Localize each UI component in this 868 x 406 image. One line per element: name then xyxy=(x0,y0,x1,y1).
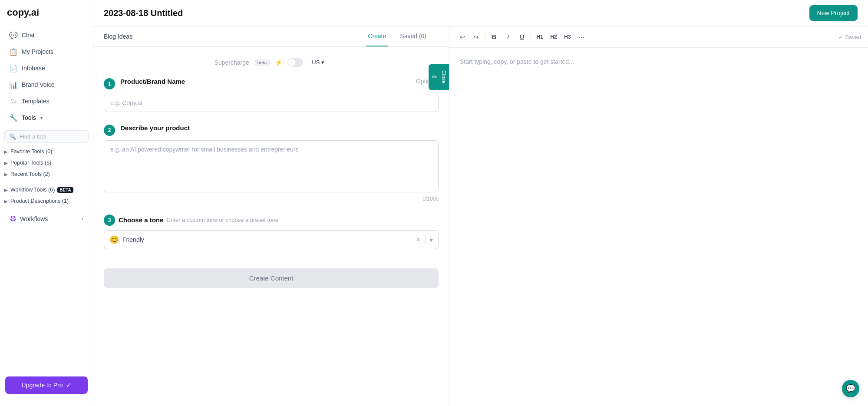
redo-button[interactable]: ↪ xyxy=(470,31,482,43)
sidebar-item-label: Brand Voice xyxy=(22,81,55,88)
language-value: US xyxy=(312,59,320,66)
field-header-2: 2 Describe your product xyxy=(104,124,439,136)
tone-emoji: 😊 xyxy=(109,235,119,244)
chevron-right-icon: ▶ xyxy=(4,149,8,154)
tab-saved[interactable]: Saved (0) xyxy=(398,26,428,46)
brand-voice-icon: 📊 xyxy=(10,81,17,89)
field-label-describe: Describe your product xyxy=(120,124,190,132)
search-input[interactable] xyxy=(20,133,84,140)
field-tone: 3 Choose a tone Enter a custom tone or c… xyxy=(104,214,439,249)
upgrade-label: Upgrade to Pro xyxy=(22,382,63,389)
beta-badge: BETA xyxy=(57,187,73,193)
language-selector[interactable]: US ▾ xyxy=(308,57,328,67)
beta-tag: beta xyxy=(254,59,270,66)
describe-product-textarea[interactable] xyxy=(104,140,439,192)
tool-group-workflow: ▶ Workflow Tools (6) BETA xyxy=(0,185,93,195)
find-tool-container[interactable]: 🔍 xyxy=(4,130,89,143)
project-title: 2023-08-18 Untitled xyxy=(104,8,183,18)
tool-group-header-popular[interactable]: ▶ Popular Tools (5) xyxy=(0,158,93,168)
sidebar-item-my-projects[interactable]: 📋 My Projects xyxy=(3,43,90,60)
underline-button[interactable]: U xyxy=(516,31,528,43)
tool-group-header-product-desc[interactable]: ▶ Product Descriptions (1) xyxy=(0,196,93,206)
sidebar-item-infobase[interactable]: 📄 Infobase xyxy=(3,60,90,76)
close-label: Close xyxy=(441,70,447,84)
step-badge-3: 3 xyxy=(104,215,115,226)
lightning-icon: ⚡ xyxy=(275,59,282,66)
tab-create[interactable]: Create xyxy=(366,26,388,46)
chat-icon: 💬 xyxy=(846,384,855,393)
tool-tabs: Blog Ideas Create Saved (0) xyxy=(93,26,449,47)
sidebar-item-brand-voice[interactable]: 📊 Brand Voice xyxy=(3,76,90,93)
workflows-icon: ⚙ xyxy=(10,214,17,224)
sidebar-item-label: Tools xyxy=(22,114,36,121)
supercharge-toggle[interactable] xyxy=(287,58,303,67)
sidebar-item-label: My Projects xyxy=(22,48,53,55)
tone-dropdown-button[interactable]: ▾ xyxy=(429,236,433,244)
field-header-1: 1 Product/Brand Name Optional xyxy=(104,78,439,89)
chevron-down-icon: ▾ xyxy=(40,116,43,120)
tone-label-row: 3 Choose a tone Enter a custom tone or c… xyxy=(104,214,439,226)
chevron-right-icon: › xyxy=(82,216,83,222)
sidebar-item-tools[interactable]: 🔧 Tools ▾ xyxy=(3,109,90,126)
chat-icon: 💬 xyxy=(10,31,17,39)
tool-group-label: Popular Tools (5) xyxy=(10,160,51,166)
tool-form-area: Close ✏ Supercharge beta ⚡ US ▾ xyxy=(93,47,449,406)
tool-panel: Blog Ideas Create Saved (0) Close ✏ Supe… xyxy=(93,26,449,406)
char-count: 0/1000 xyxy=(104,196,439,202)
tools-section: 🔍 ▶ Favorite Tools (0) ▶ Popular Tools (… xyxy=(0,126,93,210)
field-describe-product: 2 Describe your product 0/1000 xyxy=(104,124,439,202)
new-project-button[interactable]: New Project xyxy=(809,5,858,21)
tool-group-header-workflow[interactable]: ▶ Workflow Tools (6) BETA xyxy=(0,185,93,195)
chevron-right-icon: ▶ xyxy=(4,172,8,177)
sidebar-item-label: Chat xyxy=(22,32,35,39)
sidebar-nav: 💬 Chat 📋 My Projects 📄 Infobase 📊 Brand … xyxy=(0,27,93,371)
h1-button[interactable]: H1 xyxy=(534,31,546,43)
sidebar-item-templates[interactable]: 🗂 Templates xyxy=(3,93,90,109)
sidebar: copy.ai 💬 Chat 📋 My Projects 📄 Infobase … xyxy=(0,0,93,406)
h2-button[interactable]: H2 xyxy=(548,31,560,43)
tone-clear-button[interactable]: × xyxy=(416,236,420,244)
sidebar-bottom: Upgrade to Pro ✓ xyxy=(0,371,93,399)
italic-button[interactable]: I xyxy=(502,31,514,43)
tool-group-header-recent[interactable]: ▶ Recent Tools (2) xyxy=(0,169,93,179)
sidebar-item-chat[interactable]: 💬 Chat xyxy=(3,27,90,43)
undo-button[interactable]: ↩ xyxy=(456,31,469,43)
product-name-input[interactable] xyxy=(104,94,439,112)
chevron-right-icon: ▶ xyxy=(4,199,8,204)
editor-area[interactable]: Start typing, copy, or paste to get star… xyxy=(449,48,868,406)
bold-button[interactable]: B xyxy=(488,31,500,43)
pencil-icon: ✏ xyxy=(431,73,438,80)
supercharge-bar: Supercharge beta ⚡ US ▾ xyxy=(104,57,439,67)
chevron-right-icon: ▶ xyxy=(4,188,8,192)
upgrade-to-pro-button[interactable]: Upgrade to Pro ✓ xyxy=(5,376,88,394)
field-label-product: Product/Brand Name xyxy=(120,78,185,85)
main-content: 2023-08-18 Untitled New Project Blog Ide… xyxy=(93,0,868,406)
editor-toolbar: ↩ ↪ B I U H1 H2 H3 ··· ✓ Saved xyxy=(449,26,868,48)
editor-placeholder: Start typing, copy, or paste to get star… xyxy=(460,58,574,65)
toolbar-divider xyxy=(485,33,485,41)
tool-group-product-desc: ▶ Product Descriptions (1) xyxy=(0,196,93,206)
sidebar-item-workflows[interactable]: ⚙ Workflows › xyxy=(3,210,90,228)
tone-selector[interactable]: 😊 Friendly × ▾ xyxy=(104,230,439,249)
field-label-tone: Choose a tone xyxy=(119,216,163,224)
templates-icon: 🗂 xyxy=(10,97,17,105)
chat-bubble-button[interactable]: 💬 xyxy=(842,380,859,397)
tool-group-label: Favorite Tools (0) xyxy=(10,149,52,155)
workflows-label: Workflows xyxy=(20,215,48,222)
check-icon: ✓ xyxy=(838,34,843,40)
tool-group-favorites: ▶ Favorite Tools (0) xyxy=(0,146,93,157)
tool-group-label: Workflow Tools (6) xyxy=(10,187,55,193)
h3-button[interactable]: H3 xyxy=(561,31,574,43)
close-button[interactable]: Close ✏ xyxy=(429,64,449,90)
saved-label: Saved xyxy=(845,34,861,40)
chevron-down-icon: ▾ xyxy=(321,59,324,66)
tone-divider xyxy=(426,235,426,244)
create-content-button[interactable]: Create Content xyxy=(104,268,439,288)
logo[interactable]: copy.ai xyxy=(0,7,93,27)
more-options-button[interactable]: ··· xyxy=(575,31,587,43)
editor-panel: ↩ ↪ B I U H1 H2 H3 ··· ✓ Saved Start typ… xyxy=(449,26,868,406)
tool-group-header-favorites[interactable]: ▶ Favorite Tools (0) xyxy=(0,146,93,157)
sidebar-item-label: Templates xyxy=(22,98,50,105)
tool-group-label: Product Descriptions (1) xyxy=(10,198,69,204)
check-icon: ✓ xyxy=(66,382,71,389)
